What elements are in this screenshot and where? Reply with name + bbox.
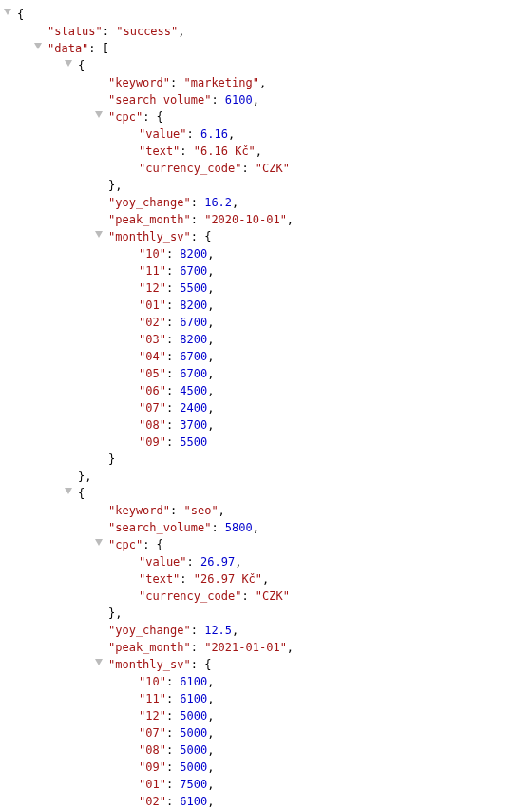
json-line: } bbox=[0, 451, 532, 468]
json-line-content: "04": 6700, bbox=[139, 348, 215, 365]
json-line: "08": 5000, bbox=[0, 742, 532, 759]
json-line: "search_volume": 6100, bbox=[0, 91, 532, 108]
json-line-content: "06": 4500, bbox=[139, 382, 215, 399]
json-line-content: "text": "6.16 Kč", bbox=[139, 143, 262, 160]
json-line: "11": 6100, bbox=[0, 690, 532, 707]
json-line-content: "09": 5500 bbox=[139, 434, 207, 451]
json-line-content: "10": 6100, bbox=[139, 673, 215, 690]
json-line-content: "01": 8200, bbox=[139, 297, 215, 314]
json-line: "11": 6700, bbox=[0, 262, 532, 280]
collapse-toggle-icon[interactable] bbox=[65, 488, 72, 494]
json-line: "value": 6.16, bbox=[0, 125, 532, 143]
json-line: "08": 3700, bbox=[0, 416, 532, 434]
json-line: "10": 8200, bbox=[0, 245, 532, 262]
json-line-content: "peak_month": "2021-01-01", bbox=[108, 639, 294, 656]
json-line: }, bbox=[0, 605, 532, 622]
json-line: { bbox=[0, 57, 532, 74]
json-line-content: "search_volume": 6100, bbox=[108, 91, 259, 108]
json-line: "status": "success", bbox=[0, 23, 532, 40]
json-line-content: "08": 3700, bbox=[139, 416, 215, 434]
json-line-content: { bbox=[78, 485, 85, 502]
json-line: "currency_code": "CZK" bbox=[0, 160, 532, 177]
json-line-content: "cpc": { bbox=[108, 108, 163, 125]
json-line: "value": 26.97, bbox=[0, 553, 532, 570]
json-line-content: "yoy_change": 12.5, bbox=[108, 622, 238, 639]
json-line: "monthly_sv": { bbox=[0, 228, 532, 245]
json-line: "keyword": "marketing", bbox=[0, 74, 532, 91]
json-line: "07": 2400, bbox=[0, 399, 532, 416]
json-line-content: { bbox=[17, 6, 24, 23]
collapse-toggle-icon[interactable] bbox=[4, 9, 11, 15]
json-line-content: "02": 6100, bbox=[139, 793, 215, 810]
json-line: "02": 6700, bbox=[0, 314, 532, 331]
json-line: { bbox=[0, 6, 532, 23]
json-line-content: }, bbox=[78, 468, 91, 485]
json-line-content: "07": 2400, bbox=[139, 399, 215, 416]
collapse-toggle-icon[interactable] bbox=[34, 43, 42, 49]
json-viewer: {"status": "success","data": [{"keyword"… bbox=[0, 6, 532, 810]
json-line: "09": 5500 bbox=[0, 434, 532, 451]
json-line-content: "keyword": "marketing", bbox=[108, 74, 266, 91]
json-line: "09": 5000, bbox=[0, 759, 532, 776]
json-line-content: "12": 5500, bbox=[139, 280, 215, 297]
json-line-content: "data": [ bbox=[48, 40, 109, 57]
json-line: "search_volume": 5800, bbox=[0, 519, 532, 536]
json-line: "cpc": { bbox=[0, 536, 532, 553]
json-line: "currency_code": "CZK" bbox=[0, 588, 532, 605]
json-line: }, bbox=[0, 177, 532, 194]
json-line-content: "search_volume": 5800, bbox=[108, 519, 259, 536]
json-line: "monthly_sv": { bbox=[0, 656, 532, 673]
json-line-content: "10": 8200, bbox=[139, 245, 215, 262]
json-line: "cpc": { bbox=[0, 108, 532, 125]
json-line: "peak_month": "2020-10-01", bbox=[0, 211, 532, 228]
json-line-content: "03": 8200, bbox=[139, 331, 215, 348]
json-line-content: } bbox=[108, 451, 115, 468]
json-line: "peak_month": "2021-01-01", bbox=[0, 639, 532, 656]
collapse-toggle-icon[interactable] bbox=[95, 111, 103, 118]
json-line: "10": 6100, bbox=[0, 673, 532, 690]
json-line-content: "currency_code": "CZK" bbox=[139, 588, 290, 605]
json-line-content: "peak_month": "2020-10-01", bbox=[108, 211, 294, 228]
json-line: "06": 4500, bbox=[0, 382, 532, 399]
json-line-content: "09": 5000, bbox=[139, 759, 215, 776]
json-line-content: "07": 5000, bbox=[139, 724, 215, 742]
json-line: "text": "26.97 Kč", bbox=[0, 570, 532, 588]
json-line: "02": 6100, bbox=[0, 793, 532, 810]
json-line-content: "keyword": "seo", bbox=[108, 502, 225, 519]
json-line-content: "text": "26.97 Kč", bbox=[139, 570, 269, 588]
json-line-content: }, bbox=[108, 605, 122, 622]
json-line-content: { bbox=[78, 57, 85, 74]
json-line-content: "05": 6700, bbox=[139, 365, 215, 382]
json-line: "yoy_change": 16.2, bbox=[0, 194, 532, 211]
collapse-toggle-icon[interactable] bbox=[95, 659, 103, 665]
json-line: "12": 5500, bbox=[0, 280, 532, 297]
json-line-content: "02": 6700, bbox=[139, 314, 215, 331]
json-line-content: "01": 7500, bbox=[139, 776, 215, 793]
json-line: { bbox=[0, 485, 532, 502]
json-line: "04": 6700, bbox=[0, 348, 532, 365]
json-line: "03": 8200, bbox=[0, 331, 532, 348]
json-line-content: }, bbox=[108, 177, 122, 194]
json-line: "01": 7500, bbox=[0, 776, 532, 793]
json-line-content: "08": 5000, bbox=[139, 742, 215, 759]
json-line-content: "11": 6100, bbox=[139, 690, 215, 707]
json-line-content: "currency_code": "CZK" bbox=[139, 160, 290, 177]
json-line-content: "monthly_sv": { bbox=[108, 656, 211, 673]
collapse-toggle-icon[interactable] bbox=[95, 231, 103, 238]
json-line: "05": 6700, bbox=[0, 365, 532, 382]
json-line: "text": "6.16 Kč", bbox=[0, 143, 532, 160]
json-line-content: "value": 26.97, bbox=[139, 553, 241, 570]
json-line-content: "yoy_change": 16.2, bbox=[108, 194, 238, 211]
json-line: "01": 8200, bbox=[0, 297, 532, 314]
json-line-content: "monthly_sv": { bbox=[108, 228, 211, 245]
json-line: "12": 5000, bbox=[0, 707, 532, 724]
json-line: "keyword": "seo", bbox=[0, 502, 532, 519]
collapse-toggle-icon[interactable] bbox=[95, 539, 103, 546]
json-line-content: "11": 6700, bbox=[139, 262, 215, 280]
json-line: "data": [ bbox=[0, 40, 532, 57]
json-line-content: "cpc": { bbox=[108, 536, 163, 553]
collapse-toggle-icon[interactable] bbox=[65, 60, 72, 67]
json-line: }, bbox=[0, 468, 532, 485]
json-line-content: "12": 5000, bbox=[139, 707, 215, 724]
json-line: "yoy_change": 12.5, bbox=[0, 622, 532, 639]
